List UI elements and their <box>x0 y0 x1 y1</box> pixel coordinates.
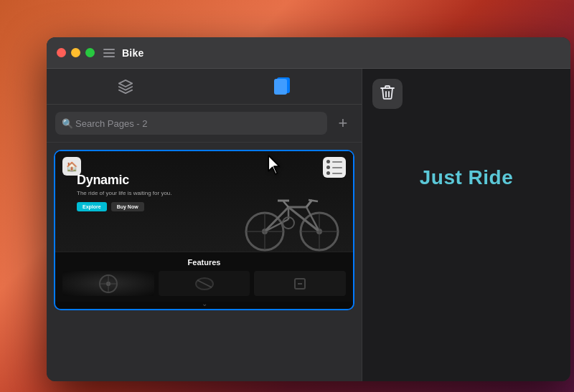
hero-title: Dynamic <box>77 173 172 188</box>
pages-icon <box>274 77 291 96</box>
page-card-inner: Dynamic The ride of your life is waiting… <box>55 151 353 309</box>
pages-rect-front <box>274 79 287 95</box>
feature-icon-3 <box>289 273 311 295</box>
pages-list: Dynamic The ride of your life is waiting… <box>47 143 362 381</box>
svg-line-7 <box>306 207 319 231</box>
fullscreen-button[interactable] <box>85 48 95 57</box>
menu-dot <box>326 171 330 175</box>
explore-button: Explore <box>77 202 107 211</box>
feature-icon-1 <box>98 273 119 295</box>
hero-text: Dynamic The ride of your life is waiting… <box>77 173 172 211</box>
menu-line-1 <box>326 160 342 163</box>
menu-bar <box>332 167 342 168</box>
app-window: Bike <box>47 37 570 381</box>
hamburger-line <box>103 49 115 50</box>
features-grid <box>62 271 346 296</box>
menu-line-2 <box>326 166 342 169</box>
search-wrapper: 🔍 <box>55 112 327 135</box>
right-panel: Just Ride <box>362 69 570 381</box>
feature-item-1 <box>62 271 154 296</box>
preview-hero: Dynamic The ride of your life is waiting… <box>55 151 353 252</box>
site-preview: Dynamic The ride of your life is waiting… <box>55 151 353 309</box>
hamburger-line <box>103 52 115 54</box>
bike-illustration <box>235 180 349 252</box>
menu-line-3 <box>326 171 342 175</box>
svg-line-12 <box>283 201 288 207</box>
search-icon: 🔍 <box>62 118 73 129</box>
search-area: 🔍 + <box>47 105 362 143</box>
hamburger-line <box>103 56 115 57</box>
feature-icon-2 <box>194 273 215 295</box>
page-menu-button[interactable] <box>323 157 346 178</box>
delete-page-button[interactable] <box>372 79 403 109</box>
hero-buttons: Explore Buy Now <box>77 202 172 211</box>
feature-item-2 <box>159 271 250 296</box>
page-card-home[interactable]: Dynamic The ride of your life is waiting… <box>54 150 354 310</box>
home-icon: 🏠 <box>66 161 77 172</box>
features-title: Features <box>62 258 346 267</box>
scroll-indicator: ⌄ <box>202 300 207 307</box>
minimize-button[interactable] <box>71 48 80 57</box>
menu-bar <box>332 173 342 174</box>
sidebar-toggle-button[interactable] <box>103 49 115 57</box>
main-content: 🔍 + Dynamic The rid <box>47 69 570 381</box>
layers-icon <box>117 78 134 95</box>
window-title: Bike <box>122 47 144 59</box>
search-input[interactable] <box>55 112 327 135</box>
menu-dot <box>326 160 330 163</box>
left-panel: 🔍 + Dynamic The rid <box>47 69 362 381</box>
buy-button: Buy Now <box>111 202 144 211</box>
feature-item-3 <box>254 271 346 296</box>
add-page-button[interactable]: + <box>333 113 353 133</box>
svg-line-8 <box>265 219 288 231</box>
preview-features: Features <box>55 252 353 302</box>
menu-dot <box>326 166 330 169</box>
traffic-lights <box>57 48 95 57</box>
tab-layers[interactable] <box>47 69 204 104</box>
just-ride-heading: Just Ride <box>372 166 560 189</box>
tab-bar <box>47 69 362 105</box>
title-bar: Bike <box>47 37 570 69</box>
close-button[interactable] <box>57 48 66 57</box>
hero-subtitle: The ride of your life is waiting for you… <box>77 190 172 196</box>
menu-bar <box>332 161 342 163</box>
tab-pages[interactable] <box>204 69 362 104</box>
trash-icon <box>380 85 395 104</box>
